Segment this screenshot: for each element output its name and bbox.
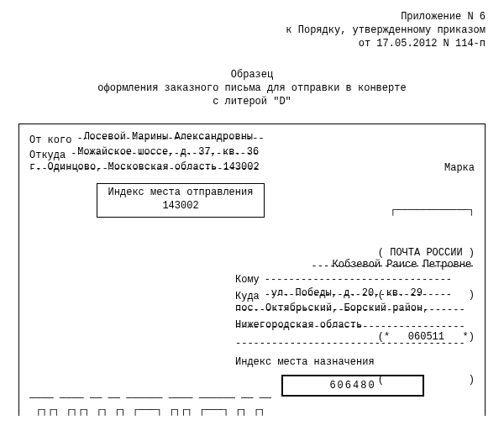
sender-index-label: Индекс места отправления: [101, 187, 260, 200]
recipient-name: Кобзевой Раисе Петровне: [333, 259, 472, 271]
appendix-header: Приложение N 6 к Порядку, утвержденному …: [18, 10, 486, 51]
stamp-line: ┌────────────┐: [365, 203, 475, 218]
recipient-addr1: ул. Победы, д. 20, кв. 29: [271, 287, 423, 299]
sender-index-box: Индекс места отправления 143002: [97, 183, 265, 218]
from-where-label: Откуда: [29, 150, 66, 161]
appendix-line: к Порядку, утвержденному приказом: [18, 24, 486, 37]
underline: -------------------------------: [265, 274, 452, 286]
sender-city: г. Одинцово, Московская область 143002: [29, 161, 260, 173]
sender-index-value: 143002: [101, 200, 260, 213]
to-label: Кому: [235, 274, 260, 286]
stamp-line: ( ПОЧТА РОССИИ ): [365, 246, 475, 260]
sender-addr: Можайское шоссе, д. 37, кв. 36: [77, 146, 259, 158]
recipient-addr3: Нижегородская область: [235, 319, 362, 331]
sender-name: Лосевой Марины Александровны: [83, 131, 253, 143]
stamp-marka: Марка: [365, 161, 475, 176]
from-label: От кого: [29, 134, 71, 146]
recipient-addr2: пос. Октябрьский, Борский район,: [235, 302, 428, 314]
where-label: Куда: [235, 291, 260, 302]
stamp-line: ( *а* ): [365, 415, 475, 416]
dest-index-value: 606480: [329, 380, 375, 392]
title-line: оформления заказного письма для отправки…: [18, 81, 486, 95]
envelope-frame: От кого Лосевой Марины Александровны ---…: [18, 124, 486, 416]
dest-index-label: Индекс места назначения: [235, 356, 475, 368]
appendix-line: Приложение N 6: [18, 10, 486, 24]
dest-index-box: 606480: [281, 375, 424, 397]
recipient-block: Кобзевой Раисе Петровне ----------------…: [235, 260, 475, 397]
title-block: Образец оформления заказного письма для …: [18, 68, 486, 109]
title-line: с литерой "D": [18, 95, 486, 108]
appendix-line: от 17.05.2012 N 114-п: [18, 37, 486, 50]
title-line: Образец: [18, 68, 486, 81]
index-boxes-strip: ──── ──── ── ── ────── ──── ────── ── ──…: [29, 392, 271, 416]
underline: --------------------------------------: [235, 338, 465, 350]
